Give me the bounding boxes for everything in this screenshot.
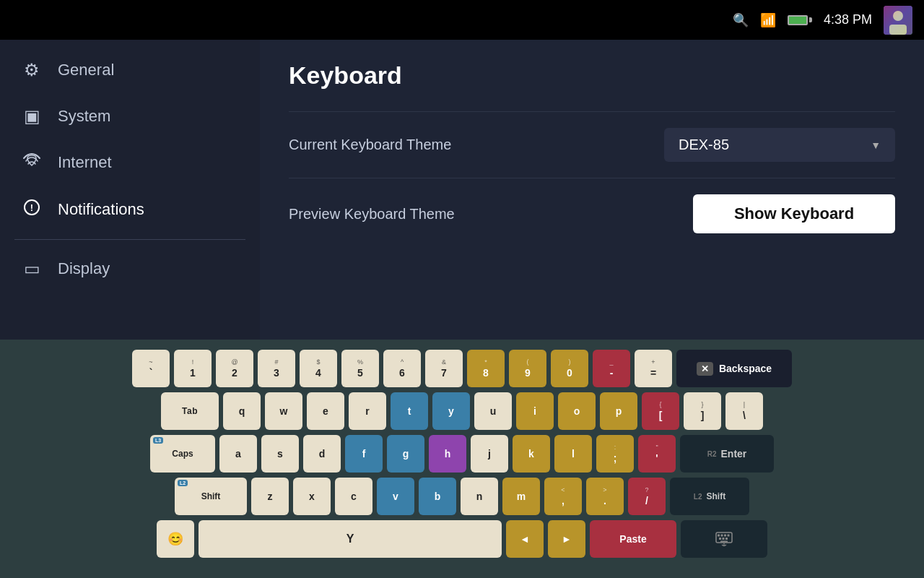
display-icon: ▭ — [22, 259, 42, 279]
sidebar-label-display: Display — [58, 259, 110, 278]
battery-indicator — [788, 15, 812, 25]
avatar[interactable] — [884, 6, 912, 35]
key-i[interactable]: i — [516, 392, 554, 430]
sidebar-item-general[interactable]: ⚙ General — [0, 47, 260, 93]
key-z[interactable]: z — [251, 478, 289, 515]
sidebar-divider — [14, 239, 245, 240]
show-keyboard-button[interactable]: Show Keyboard — [693, 194, 895, 233]
backspace-label: Backspace — [719, 363, 772, 374]
key-c[interactable]: c — [335, 478, 372, 515]
key-u[interactable]: u — [474, 392, 512, 430]
wifi-icon: 📶 — [760, 12, 776, 28]
key-d[interactable]: d — [303, 435, 341, 473]
preview-row: Preview Keyboard Theme Show Keyboard — [289, 178, 895, 249]
key-4[interactable]: $ 4 — [300, 350, 337, 387]
key-lbracket[interactable]: { [ — [642, 392, 679, 430]
keyboard-row-bottom: 😊 Y ◄ ► Paste — [9, 520, 915, 558]
sidebar-label-notifications: Notifications — [58, 200, 144, 219]
key-semicolon[interactable]: : ; — [596, 435, 634, 473]
key-2[interactable]: @ 2 — [216, 350, 253, 387]
key-caps[interactable]: Caps L3 — [150, 435, 215, 473]
key-rbracket[interactable]: } ] — [684, 392, 721, 430]
key-rshift[interactable]: L2 Shift — [670, 478, 749, 515]
key-3[interactable]: # 3 — [258, 350, 295, 387]
key-p[interactable]: p — [600, 392, 637, 430]
svg-rect-3 — [884, 6, 912, 35]
theme-dropdown[interactable]: DEX-85 ▼ — [664, 128, 895, 162]
key-k[interactable]: k — [513, 435, 550, 473]
key-keyboard-toggle[interactable] — [681, 520, 767, 558]
system-icon: ▣ — [22, 106, 42, 126]
svg-rect-8 — [721, 535, 723, 537]
sidebar-item-internet[interactable]: Internet — [0, 139, 260, 186]
svg-rect-13 — [725, 538, 728, 540]
sidebar-item-display[interactable]: ▭ Display — [0, 246, 260, 292]
theme-label: Current Keyboard Theme — [289, 137, 451, 153]
key-comma[interactable]: < , — [544, 478, 582, 515]
key-backslash[interactable]: | \ — [725, 392, 763, 430]
key-0[interactable]: ) 0 — [551, 350, 588, 387]
key-6[interactable]: ^ 6 — [383, 350, 421, 387]
notifications-icon: ! — [22, 199, 42, 220]
key-quote[interactable]: " ' — [638, 435, 676, 473]
key-period[interactable]: > . — [586, 478, 624, 515]
key-w[interactable]: w — [265, 392, 302, 430]
key-left-arrow[interactable]: ◄ — [506, 520, 544, 558]
key-8[interactable]: * 8 — [467, 350, 505, 387]
keyboard-icon — [715, 532, 733, 546]
key-a[interactable]: a — [219, 435, 257, 473]
svg-rect-12 — [723, 538, 725, 540]
key-minus[interactable]: _ - — [593, 350, 630, 387]
key-y-button[interactable]: Y — [199, 520, 502, 558]
key-slash[interactable]: ? / — [628, 478, 666, 515]
key-v[interactable]: v — [377, 478, 414, 515]
key-emoji[interactable]: 😊 — [157, 520, 194, 558]
key-b[interactable]: b — [419, 478, 456, 515]
svg-rect-10 — [728, 535, 730, 537]
sidebar: ⚙ General ▣ System Internet ! — [0, 40, 260, 340]
search-icon[interactable]: 🔍 — [733, 12, 749, 28]
backspace-x-icon: ✕ — [697, 362, 713, 376]
key-equals[interactable]: + = — [635, 350, 672, 387]
key-q[interactable]: q — [223, 392, 261, 430]
key-h[interactable]: h — [429, 435, 466, 473]
key-y[interactable]: y — [432, 392, 470, 430]
theme-row: Current Keyboard Theme DEX-85 ▼ — [289, 111, 895, 178]
l2-badge-left: L2 — [178, 480, 188, 486]
key-s[interactable]: s — [261, 435, 299, 473]
key-m[interactable]: m — [502, 478, 540, 515]
sidebar-item-system[interactable]: ▣ System — [0, 93, 260, 139]
key-1[interactable]: ! 1 — [174, 350, 212, 387]
key-backspace[interactable]: ✕ Backspace — [676, 350, 792, 387]
key-o[interactable]: o — [558, 392, 596, 430]
key-l[interactable]: l — [554, 435, 592, 473]
key-7[interactable]: & 7 — [425, 350, 463, 387]
key-lshift[interactable]: Shift L2 — [175, 478, 247, 515]
key-n[interactable]: n — [461, 478, 498, 515]
sidebar-label-internet: Internet — [58, 153, 112, 172]
sidebar-item-notifications[interactable]: ! Notifications — [0, 186, 260, 233]
keyboard-row-numbers: ~ ` ! 1 @ 2 # 3 $ 4 % 5 ^ 6 & 7 — [9, 350, 915, 387]
key-t[interactable]: t — [391, 392, 428, 430]
theme-value: DEX-85 — [679, 137, 729, 153]
key-r[interactable]: r — [349, 392, 386, 430]
key-j[interactable]: j — [471, 435, 508, 473]
key-e[interactable]: e — [307, 392, 344, 430]
key-f[interactable]: f — [345, 435, 383, 473]
key-9[interactable]: ( 9 — [509, 350, 546, 387]
key-paste[interactable]: Paste — [590, 520, 676, 558]
chevron-down-icon: ▼ — [871, 139, 881, 151]
key-tilde[interactable]: ~ ` — [132, 350, 170, 387]
sidebar-label-general: General — [58, 61, 114, 79]
key-enter[interactable]: R2 Enter — [680, 435, 774, 473]
preview-label: Preview Keyboard Theme — [289, 206, 455, 223]
svg-text:!: ! — [30, 202, 33, 213]
key-g[interactable]: g — [387, 435, 424, 473]
key-right-arrow[interactable]: ► — [548, 520, 585, 558]
key-tab[interactable]: Tab — [161, 392, 219, 430]
gear-icon: ⚙ — [22, 60, 42, 80]
svg-rect-9 — [724, 535, 726, 537]
keyboard-row-zxcv: Shift L2 z x c v b n m < , > . ? / L2 Sh… — [9, 478, 915, 515]
key-5[interactable]: % 5 — [341, 350, 379, 387]
key-x[interactable]: x — [293, 478, 331, 515]
